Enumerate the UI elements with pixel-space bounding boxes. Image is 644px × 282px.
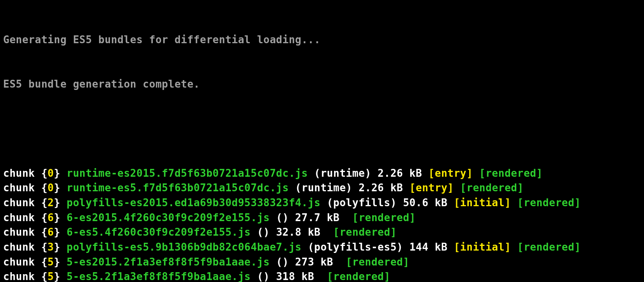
- chunk-line: chunk {6} 6-es2015.4f260c30f9c209f2e155.…: [3, 211, 641, 225]
- chunk-size: 27.7 kB: [295, 212, 339, 223]
- chunk-line: chunk {0} runtime-es2015.f7d5f63b0721a15…: [3, 166, 641, 181]
- status-text: Generating ES5 bundles for differential …: [3, 34, 321, 46]
- brace-open: {: [41, 241, 48, 253]
- chunk-meta: (runtime) 2.26 kB: [295, 182, 403, 194]
- brace-open: {: [41, 256, 48, 268]
- chunk-name: polyfills: [333, 197, 390, 209]
- blank-line: [3, 122, 641, 137]
- brace-close: }: [54, 212, 60, 223]
- chunk-tag-initial: [initial]: [454, 241, 511, 253]
- chunk-line: chunk {3} polyfills-es5.9b1306b9db82c064…: [3, 240, 641, 255]
- brace-open: {: [41, 212, 48, 223]
- chunk-meta: (polyfills-es5) 144 kB: [308, 241, 447, 253]
- chunk-meta: (polyfills) 50.6 kB: [327, 197, 448, 209]
- brace-open: {: [41, 197, 48, 209]
- brace-close: }: [54, 271, 60, 282]
- chunk-meta: () 318 kB: [257, 271, 314, 282]
- chunk-name: polyfills-es5: [314, 241, 397, 253]
- chunk-id: 3: [48, 241, 54, 253]
- chunk-filename: 5-es5.2f1a3ef8f8f5f9ba1aae.js: [67, 271, 251, 282]
- chunk-meta: () 27.7 kB: [276, 212, 340, 223]
- chunk-label: chunk: [3, 182, 35, 194]
- brace-close: }: [54, 197, 60, 209]
- chunk-filename: 5-es2015.2f1a3ef8f8f5f9ba1aae.js: [67, 256, 270, 268]
- chunk-size: 273 kB: [295, 256, 333, 268]
- chunk-id: 2: [48, 197, 54, 209]
- chunk-size: 318 kB: [276, 271, 314, 282]
- chunk-tag-rendered: [rendered]: [517, 197, 581, 209]
- chunk-name: runtime: [321, 167, 365, 179]
- chunk-size: 2.26 kB: [359, 182, 403, 194]
- chunk-label: chunk: [3, 212, 35, 223]
- chunk-line: chunk {0} runtime-es5.f7d5f63b0721a15c07…: [3, 181, 641, 196]
- chunk-tag-rendered: [rendered]: [327, 271, 391, 282]
- brace-close: }: [54, 226, 60, 238]
- chunk-name: runtime: [301, 182, 346, 194]
- chunk-list: chunk {0} runtime-es2015.f7d5f63b0721a15…: [3, 166, 641, 282]
- chunk-tag-entry: [entry]: [409, 182, 454, 194]
- chunk-tag-rendered: [rendered]: [346, 256, 409, 268]
- chunk-id: 0: [48, 167, 54, 179]
- chunk-tag-rendered: [rendered]: [460, 182, 524, 194]
- chunk-line: chunk {5} 5-es5.2f1a3ef8f8f5f9ba1aae.js …: [3, 269, 641, 282]
- chunk-tag-rendered: [rendered]: [352, 212, 416, 223]
- brace-open: {: [41, 182, 48, 194]
- chunk-id: 5: [48, 256, 54, 268]
- chunk-meta: () 273 kB: [276, 256, 333, 268]
- brace-close: }: [54, 182, 60, 194]
- brace-open: {: [41, 271, 48, 282]
- chunk-size: 32.8 kB: [276, 226, 321, 238]
- chunk-id: 5: [48, 271, 54, 282]
- status-text: ES5 bundle generation complete.: [3, 78, 200, 90]
- chunk-id: 6: [48, 212, 54, 223]
- brace-close: }: [54, 256, 60, 268]
- chunk-tag-entry: [entry]: [428, 167, 473, 179]
- chunk-label: chunk: [3, 167, 35, 179]
- build-status-line-1: Generating ES5 bundles for differential …: [3, 33, 641, 48]
- chunk-filename: runtime-es5.f7d5f63b0721a15c07dc.js: [67, 182, 289, 194]
- chunk-label: chunk: [3, 271, 35, 282]
- chunk-filename: runtime-es2015.f7d5f63b0721a15c07dc.js: [67, 167, 308, 179]
- chunk-id: 0: [48, 182, 54, 194]
- brace-open: {: [41, 167, 48, 179]
- chunk-label: chunk: [3, 226, 35, 238]
- chunk-filename: polyfills-es5.9b1306b9db82c064bae7.js: [67, 241, 302, 253]
- chunk-filename: 6-es2015.4f260c30f9c209f2e155.js: [67, 212, 270, 223]
- chunk-meta: () 32.8 kB: [257, 226, 321, 238]
- chunk-tag-initial: [initial]: [454, 197, 511, 209]
- chunk-size: 2.26 kB: [378, 167, 422, 179]
- brace-open: {: [41, 226, 48, 238]
- chunk-line: chunk {2} polyfills-es2015.ed1a69b30d953…: [3, 196, 641, 211]
- chunk-label: chunk: [3, 256, 35, 268]
- chunk-filename: polyfills-es2015.ed1a69b30d95338323f4.js: [67, 197, 321, 209]
- chunk-label: chunk: [3, 241, 35, 253]
- chunk-filename: 6-es5.4f260c30f9c209f2e155.js: [67, 226, 251, 238]
- terminal-output: Generating ES5 bundles for differential …: [0, 0, 644, 282]
- chunk-size: 50.6 kB: [403, 197, 448, 209]
- chunk-line: chunk {6} 6-es5.4f260c30f9c209f2e155.js …: [3, 225, 641, 240]
- chunk-line: chunk {5} 5-es2015.2f1a3ef8f8f5f9ba1aae.…: [3, 255, 641, 270]
- chunk-meta: (runtime) 2.26 kB: [314, 167, 422, 179]
- chunk-tag-rendered: [rendered]: [517, 241, 581, 253]
- brace-close: }: [54, 167, 60, 179]
- chunk-label: chunk: [3, 197, 35, 209]
- chunk-size: 144 kB: [409, 241, 448, 253]
- chunk-tag-rendered: [rendered]: [479, 167, 543, 179]
- brace-close: }: [54, 241, 60, 253]
- build-status-line-2: ES5 bundle generation complete.: [3, 77, 641, 92]
- chunk-tag-rendered: [rendered]: [333, 226, 397, 238]
- chunk-id: 6: [48, 226, 54, 238]
